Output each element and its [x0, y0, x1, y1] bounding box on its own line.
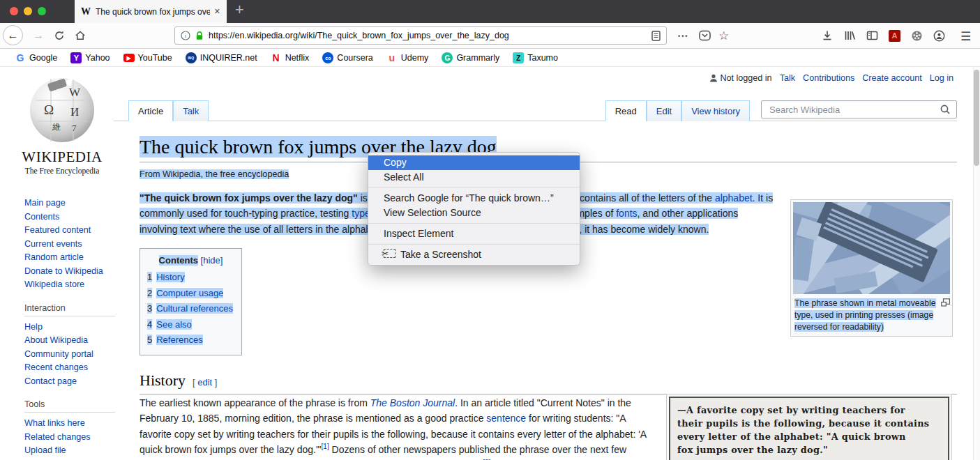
sidebar-item-donate[interactable]: Donate to Wikipedia: [24, 265, 126, 279]
bookmark-netflix[interactable]: NNetflix: [271, 52, 310, 63]
clipping-line-3: every letter of the alphabet: "A quick b…: [677, 430, 941, 443]
bookmark-youtube[interactable]: ▶YouTube: [123, 53, 172, 63]
context-menu: Copy Select All Search Google for “The q…: [368, 152, 580, 266]
menu-item-copy[interactable]: Copy: [368, 155, 580, 170]
account-icon[interactable]: [933, 30, 945, 42]
reader-mode-icon[interactable]: [651, 31, 661, 41]
home-icon[interactable]: [75, 30, 86, 41]
pocket-icon[interactable]: [699, 30, 711, 41]
minimize-window-button[interactable]: [24, 7, 32, 15]
boston-journal-link[interactable]: The Boston Journal: [370, 397, 455, 408]
menu-item-view-selection-source[interactable]: View Selection Source: [368, 206, 580, 220]
page-scrollbar[interactable]: [973, 67, 980, 460]
grammarly-favicon: G: [442, 52, 453, 63]
page-info-icon[interactable]: i: [181, 31, 190, 40]
reload-icon[interactable]: [54, 30, 65, 41]
personal-contributions-link[interactable]: Contributions: [803, 73, 854, 83]
bookmark-coursera[interactable]: coCoursera: [322, 52, 372, 63]
search-input[interactable]: [768, 104, 940, 116]
sidebar-item-current-events[interactable]: Current events: [24, 238, 126, 252]
search-icon[interactable]: [940, 105, 950, 114]
svg-text:И: И: [70, 105, 79, 118]
bookmark-udemy[interactable]: uUdemy: [386, 52, 429, 63]
wikipedia-wordmark: WIKIPEDIA: [15, 148, 109, 166]
tab-read[interactable]: Read: [605, 100, 647, 121]
toc-link-history[interactable]: History: [156, 272, 184, 282]
ref-1-link[interactable]: [1]: [322, 443, 329, 451]
bookmark-taxumo[interactable]: ZTaxumo: [513, 52, 558, 63]
wikipedia-search-box[interactable]: [761, 100, 957, 118]
menu-hamburger-icon[interactable]: ☰: [960, 29, 971, 44]
back-button[interactable]: ←: [3, 25, 23, 45]
sidebar-item-store[interactable]: Wikipedia store: [24, 278, 126, 292]
wikipedia-logo[interactable]: W Ω И 維 7 WIKIPEDIA The Free Encyclopedi…: [15, 74, 109, 175]
window-titlebar: W The quick brown fox jumps over ✕ +: [0, 0, 980, 23]
sidebar-item-contents[interactable]: Contents: [24, 210, 126, 224]
extension-icon[interactable]: [911, 30, 923, 42]
url-bar[interactable]: i https://en.wikipedia.org/wiki/The_quic…: [174, 26, 667, 45]
tab-view-history[interactable]: View history: [681, 100, 750, 121]
toc-link-references[interactable]: References: [156, 335, 202, 345]
https-lock-icon[interactable]: [195, 31, 204, 40]
history-heading-row: History[ edit ]: [140, 371, 957, 394]
sidebar-item-special-pages[interactable]: Special pages: [24, 458, 126, 460]
wikipedia-page: Not logged in Talk Contributions Create …: [0, 67, 980, 460]
newspaper-clipping-image: —A favorite copy set by writing teachers…: [669, 397, 949, 460]
alphabet-link[interactable]: alphabet: [715, 192, 753, 204]
tab-close-icon[interactable]: ✕: [214, 7, 220, 16]
tab-article[interactable]: Article: [128, 100, 173, 121]
library-icon[interactable]: [844, 30, 856, 41]
browser-tab[interactable]: W The quick brown fox jumps over ✕: [75, 0, 227, 23]
sidebar-item-main-page[interactable]: Main page: [24, 197, 126, 210]
menu-item-search-google[interactable]: Search Google for “The quick brown…”: [368, 191, 580, 206]
sidebar-item-random-article[interactable]: Random article: [24, 251, 126, 265]
page-actions-icon[interactable]: •••: [678, 33, 688, 40]
sidebar-item-community-portal[interactable]: Community portal: [24, 348, 126, 362]
coursera-favicon: co: [322, 52, 333, 63]
toc-link-cultural-references[interactable]: Cultural references: [156, 303, 233, 314]
new-tab-button[interactable]: +: [235, 1, 244, 19]
sidebar-toggle-icon[interactable]: [866, 30, 878, 41]
zoom-window-button[interactable]: [38, 7, 46, 15]
menu-item-select-all[interactable]: Select All: [368, 170, 580, 185]
personal-create-account-link[interactable]: Create account: [862, 73, 921, 83]
bookmark-grammarly[interactable]: GGrammarly: [442, 52, 499, 63]
close-window-button[interactable]: [10, 7, 18, 15]
wikipedia-globe-icon: W Ω И 維 7: [27, 74, 97, 144]
downloads-icon[interactable]: [822, 30, 833, 41]
personal-talk-link[interactable]: Talk: [780, 73, 795, 83]
personal-log-in-link[interactable]: Log in: [930, 73, 953, 83]
metal-type-image[interactable]: [793, 202, 950, 294]
sidebar-item-related-changes[interactable]: Related changes: [24, 431, 126, 445]
fonts-link[interactable]: fonts: [616, 208, 637, 219]
sidebar-item-contact[interactable]: Contact page: [24, 375, 126, 389]
forward-button[interactable]: →: [33, 29, 44, 42]
toc-item-history: 1History: [147, 270, 234, 286]
acrobat-extension-icon[interactable]: A: [889, 30, 900, 42]
bookmark-yahoo[interactable]: YYahoo: [70, 52, 110, 63]
sentence-link[interactable]: sentence: [486, 413, 526, 424]
menu-separator: [368, 187, 580, 188]
toc-link-see-also[interactable]: See also: [156, 319, 192, 330]
bookmark-inquirer[interactable]: INQINQUIRER.net: [186, 52, 257, 63]
edit-section-link[interactable]: edit: [197, 377, 212, 388]
menu-item-inspect-element[interactable]: Inspect Element: [368, 227, 580, 241]
enlarge-icon[interactable]: [941, 298, 950, 307]
sidebar-item-recent-changes[interactable]: Recent changes: [24, 361, 126, 375]
toc-link-computer-usage[interactable]: Computer usage: [156, 288, 223, 298]
bookmark-google[interactable]: GGoogle: [15, 52, 57, 63]
sidebar-item-help[interactable]: Help: [24, 321, 126, 335]
toc-hide-link[interactable]: [hide]: [201, 255, 223, 266]
sidebar-item-featured-content[interactable]: Featured content: [24, 224, 126, 238]
sidebar-item-upload-file[interactable]: Upload file: [24, 444, 126, 458]
article-header: Article Talk Read Edit View history: [114, 100, 957, 121]
sidebar-item-about[interactable]: About Wikipedia: [24, 334, 126, 348]
newspaper-clipping-thumbnail[interactable]: —A favorite copy set by writing teachers…: [666, 394, 952, 460]
menu-item-take-screenshot[interactable]: ✂Take a Screenshot: [368, 247, 580, 262]
scrollbar-thumb[interactable]: [974, 70, 979, 166]
sidebar-item-what-links-here[interactable]: What links here: [24, 417, 126, 431]
tab-talk[interactable]: Talk: [173, 100, 209, 121]
url-text[interactable]: https://en.wikipedia.org/wiki/The_quick_…: [209, 31, 509, 40]
tab-edit[interactable]: Edit: [647, 100, 681, 121]
bookmark-star-icon[interactable]: ☆: [718, 29, 729, 43]
